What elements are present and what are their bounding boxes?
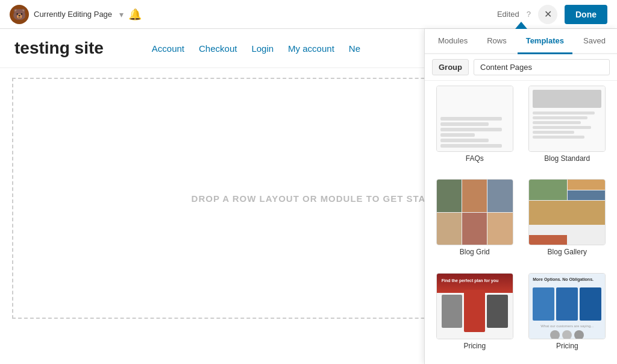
template-item-faqs[interactable]: FAQs bbox=[432, 86, 518, 172]
grid-cell bbox=[487, 213, 512, 245]
group-select[interactable]: Content Pages Blog Pages WooCommerce bbox=[474, 59, 610, 75]
pricing2-cols bbox=[533, 287, 601, 321]
template-item-blog-gallery[interactable]: Blog Gallery bbox=[525, 179, 610, 265]
tab-rows[interactable]: Rows bbox=[478, 29, 515, 54]
template-name-blog-grid: Blog Grid bbox=[460, 248, 490, 256]
pricing-col-standard bbox=[442, 295, 463, 328]
bell-icon[interactable]: 🔔 bbox=[128, 8, 142, 21]
blog-std-lines bbox=[533, 111, 601, 139]
thumb-blog-standard-visual bbox=[529, 86, 605, 151]
template-thumb-blog-standard bbox=[528, 86, 606, 152]
pricing-col2-2 bbox=[556, 287, 578, 321]
pricing1-cols bbox=[442, 295, 508, 332]
tab-modules[interactable]: Modules bbox=[430, 29, 476, 54]
drop-text: DROP A ROW LAYOUT OR MODULE TO GET STA bbox=[192, 193, 426, 204]
blog-line bbox=[533, 136, 584, 139]
nav-link-more[interactable]: Ne bbox=[349, 43, 360, 54]
grid-cell bbox=[462, 180, 487, 212]
pricing-col2-3 bbox=[580, 287, 601, 321]
template-thumb-pricing1: Find the perfect plan for you bbox=[436, 273, 513, 339]
faq-line bbox=[440, 128, 503, 131]
edited-label: Edited bbox=[497, 10, 519, 19]
blog-line bbox=[533, 116, 587, 119]
template-name-pricing1: Pricing bbox=[463, 342, 486, 350]
pricing-col-advanced bbox=[464, 290, 485, 332]
grid-cell bbox=[487, 180, 512, 212]
nav-link-login[interactable]: Login bbox=[251, 43, 274, 54]
avatar bbox=[550, 330, 560, 339]
blog-line bbox=[533, 121, 581, 124]
template-grid: FAQs bbox=[425, 81, 617, 364]
pricing2-footer: What our customers are saying... bbox=[533, 324, 601, 328]
template-thumb-blog-gallery bbox=[528, 179, 606, 245]
template-name-pricing2: Pricing bbox=[556, 342, 578, 350]
avatar bbox=[574, 330, 584, 339]
template-item-blog-grid[interactable]: Blog Grid bbox=[432, 179, 518, 265]
blog-line bbox=[533, 131, 574, 134]
faq-line bbox=[440, 144, 503, 148]
top-bar-left: 🐻 Currently Editing Page ▾ 🔔 bbox=[10, 5, 142, 24]
thumb-pricing1-visual: Find the perfect plan for you bbox=[437, 274, 513, 339]
logo-icon: 🐻 bbox=[10, 5, 29, 24]
faq-line bbox=[440, 117, 503, 121]
thumb-blog-gallery-visual bbox=[529, 180, 605, 245]
template-name-faqs: FAQs bbox=[466, 154, 484, 163]
pricing-col-professional bbox=[487, 295, 508, 328]
template-thumb-pricing2: More Options. No Obligations. What our c… bbox=[528, 273, 606, 339]
page-area: testing site Account Checkout Login My a… bbox=[0, 29, 617, 364]
gallery-cell bbox=[568, 180, 606, 189]
nav-link-my-account[interactable]: My account bbox=[288, 43, 334, 54]
group-label: Group bbox=[432, 59, 469, 75]
tab-saved[interactable]: Saved bbox=[575, 29, 614, 54]
help-icon[interactable]: ? bbox=[527, 10, 531, 19]
gallery-cell bbox=[529, 201, 605, 225]
pricing2-avatars bbox=[533, 330, 601, 339]
site-nav-links: Account Checkout Login My account Ne bbox=[152, 43, 360, 54]
thumb-faqs-visual bbox=[437, 86, 513, 151]
gallery-cell bbox=[568, 190, 606, 200]
chevron-down-icon[interactable]: ▾ bbox=[119, 10, 124, 19]
grid-cell bbox=[437, 213, 462, 245]
faq-line bbox=[440, 139, 489, 142]
pricing1-header: Find the perfect plan for you bbox=[442, 278, 508, 283]
panel-tabs: Modules Rows Templates Saved bbox=[425, 29, 617, 54]
template-thumb-blog-grid bbox=[436, 179, 513, 245]
faq-line bbox=[440, 133, 475, 137]
panel-arrow bbox=[515, 22, 527, 29]
faq-line bbox=[440, 122, 489, 126]
template-item-blog-standard[interactable]: Blog Standard bbox=[525, 86, 610, 172]
template-name-blog-gallery: Blog Gallery bbox=[548, 248, 587, 256]
blog-line bbox=[533, 126, 591, 129]
editing-label: Currently Editing Page bbox=[34, 10, 112, 19]
done-button[interactable]: Done bbox=[565, 5, 607, 24]
template-item-pricing1[interactable]: Find the perfect plan for you Pricing bbox=[432, 273, 518, 359]
blog-line bbox=[533, 111, 595, 115]
pricing2-header: More Options. No Obligations. bbox=[533, 277, 601, 281]
template-name-blog-standard: Blog Standard bbox=[544, 154, 590, 163]
nav-link-account[interactable]: Account bbox=[152, 43, 184, 54]
blog-std-header bbox=[533, 90, 601, 108]
top-bar-right: Edited ? ✕ Done bbox=[497, 5, 607, 24]
avatar bbox=[562, 330, 572, 339]
template-thumb-faqs bbox=[436, 86, 513, 152]
grid-cell bbox=[437, 180, 462, 212]
thumb-blog-grid-visual bbox=[437, 180, 513, 245]
gallery-cell bbox=[529, 180, 567, 200]
right-panel: Modules Rows Templates Saved Group Conte… bbox=[424, 29, 617, 364]
site-title: testing site bbox=[14, 39, 104, 58]
close-button[interactable]: ✕ bbox=[538, 5, 557, 24]
group-selector: Group Content Pages Blog Pages WooCommer… bbox=[425, 54, 617, 81]
tab-templates[interactable]: Templates bbox=[518, 29, 572, 54]
grid-cell bbox=[462, 213, 487, 245]
nav-link-checkout[interactable]: Checkout bbox=[199, 43, 237, 54]
pricing-col2-1 bbox=[533, 287, 554, 321]
gallery-cell bbox=[529, 235, 567, 245]
thumb-pricing2-visual: More Options. No Obligations. What our c… bbox=[529, 274, 605, 339]
template-item-pricing2[interactable]: More Options. No Obligations. What our c… bbox=[525, 273, 610, 359]
